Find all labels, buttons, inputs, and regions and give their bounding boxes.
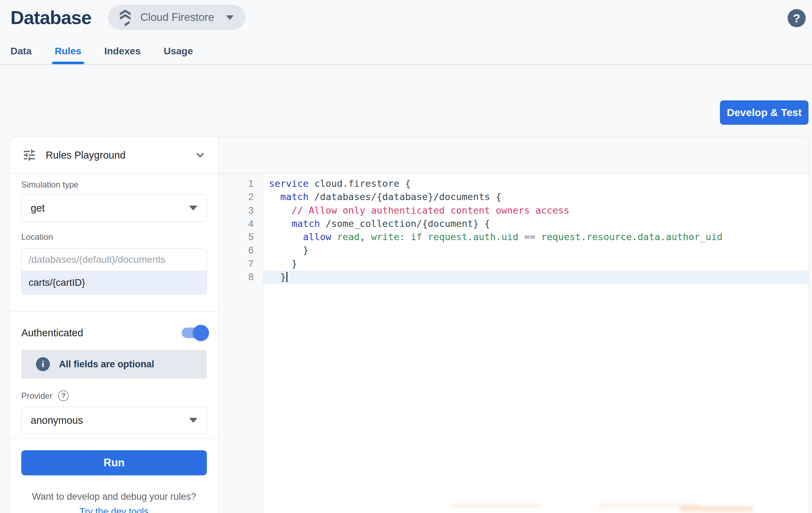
tab-data[interactable]: Data <box>10 44 32 64</box>
firestore-icon <box>117 8 133 26</box>
tab-rules[interactable]: Rules <box>55 44 81 64</box>
authenticated-label: Authenticated <box>21 327 83 339</box>
provider-help-icon[interactable]: ? <box>58 390 69 401</box>
code-line-8[interactable]: } <box>263 270 809 284</box>
product-selector-chip[interactable]: Cloud Firestore <box>108 5 246 30</box>
dropdown-arrow-icon <box>189 418 197 423</box>
code-line-2[interactable]: match /databases/{database}/documents { <box>263 190 809 204</box>
location-prefix: /databases/(default)/documents <box>22 248 206 271</box>
help-button[interactable]: ? <box>788 9 806 27</box>
info-icon: i <box>36 357 50 371</box>
code-line-4[interactable]: match /some_collection/{document} { <box>263 217 809 230</box>
divider <box>10 311 218 312</box>
simulation-type-label: Simulation type <box>21 180 207 190</box>
line-number: 6 <box>218 244 254 257</box>
run-button[interactable]: Run <box>21 450 207 475</box>
rules-editor: 12345678 service cloud.firestore { match… <box>218 137 809 513</box>
code-line-1[interactable]: service cloud.firestore { <box>263 177 809 190</box>
product-chip-label: Cloud Firestore <box>140 11 214 24</box>
code-line-6[interactable]: } <box>263 244 809 257</box>
line-number: 3 <box>218 204 254 217</box>
authenticated-toggle[interactable] <box>182 327 207 339</box>
toggle-knob <box>193 325 209 341</box>
tune-icon <box>22 148 37 162</box>
dev-tools-question: Want to develop and debug your rules? <box>21 491 207 502</box>
tab-indexes[interactable]: Indexes <box>104 44 141 64</box>
line-number: 1 <box>218 177 254 190</box>
provider-label: Provider <box>21 391 52 401</box>
tab-bar: DataRulesIndexesUsage <box>0 44 812 65</box>
rules-playground-title: Rules Playground <box>46 150 194 161</box>
chevron-down-icon <box>226 15 234 20</box>
try-dev-tools-link[interactable]: Try the dev tools <box>80 506 149 513</box>
rules-card: Rules Playground Simulation type get Loc… <box>10 137 809 513</box>
line-number: 2 <box>218 190 254 204</box>
text-cursor <box>286 272 287 282</box>
line-number: 5 <box>218 230 254 244</box>
editor-toolbar <box>218 137 809 174</box>
code-line-3[interactable]: // Allow only authenticated content owne… <box>263 204 809 217</box>
collapse-chevron-icon[interactable] <box>194 149 206 161</box>
rules-playground-panel: Rules Playground Simulation type get Loc… <box>10 137 218 513</box>
code-line-5[interactable]: allow read, write: if request.auth.uid =… <box>263 230 809 244</box>
info-banner: i All fields are optional <box>21 350 207 378</box>
editor-body[interactable]: 12345678 service cloud.firestore { match… <box>218 174 809 513</box>
develop-and-test-button[interactable]: Develop & Test <box>720 100 809 125</box>
dropdown-arrow-icon <box>189 206 197 210</box>
question-mark-icon: ? <box>793 12 800 25</box>
line-number-gutter: 12345678 <box>218 174 263 513</box>
location-label: Location <box>21 232 207 242</box>
location-input[interactable]: carts/{cartID} <box>22 271 206 294</box>
line-number: 7 <box>218 257 254 270</box>
page-title: Database <box>10 5 91 30</box>
code-area[interactable]: service cloud.firestore { match /databas… <box>263 174 809 513</box>
code-line-7[interactable]: } <box>263 257 809 270</box>
info-banner-text: All fields are optional <box>59 359 154 370</box>
line-number: 4 <box>218 217 254 230</box>
divider <box>10 438 218 438</box>
line-number: 8 <box>218 270 254 284</box>
top-bar: Database Cloud Firestore <box>10 5 246 30</box>
simulation-type-select[interactable]: get <box>21 194 207 222</box>
rules-playground-header[interactable]: Rules Playground <box>10 137 218 174</box>
tab-usage[interactable]: Usage <box>164 44 193 64</box>
simulation-type-value: get <box>31 202 189 214</box>
location-field: /databases/(default)/documents carts/{ca… <box>21 248 207 294</box>
provider-select[interactable]: anonymous <box>21 407 207 434</box>
provider-value: anonymous <box>31 415 189 426</box>
